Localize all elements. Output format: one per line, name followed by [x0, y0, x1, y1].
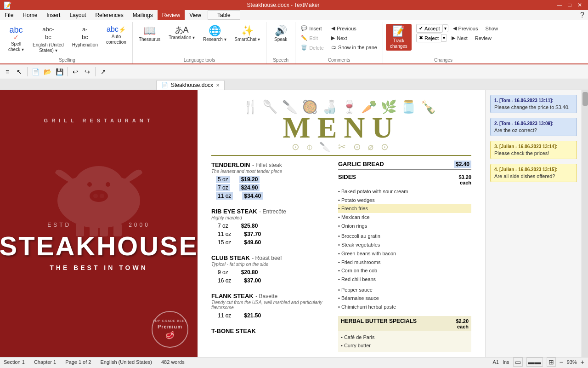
next-change-icon: ▶ [452, 35, 455, 41]
menu-references[interactable]: References [90, 10, 128, 20]
view-multi-page-icon[interactable]: ⊞ [547, 357, 556, 367]
translation-button[interactable]: あA Translation ▾ [165, 24, 198, 42]
comment-2-header: 2. [Tom - 16.06.2023 13:09]: [494, 121, 573, 126]
speak-button[interactable]: 🔊 Speak [269, 24, 292, 44]
previous-comment-icon: ◀ [331, 25, 335, 31]
tbone-header: T-BONE STEAK [211, 327, 329, 335]
reject-row: ✖ Reject ▾ ▶ Next Review [416, 34, 501, 42]
ribeye-header: RIB EYE STEAK - Entrecôte [211, 207, 329, 215]
delete-comment-label: Delete [309, 45, 324, 51]
insert-comment-icon: 💬 [301, 25, 307, 31]
comment-4-text: Are all side dishes offered? [494, 173, 573, 179]
view-double-page-icon[interactable]: ▬▬ [526, 357, 543, 367]
previous-comment-button[interactable]: ◀ Previous [328, 24, 380, 33]
spell-check-icon: abc ✓ [9, 26, 23, 40]
reject-label: Reject [424, 35, 439, 41]
new-button[interactable]: 📄 [30, 66, 41, 77]
ribbon-group-changes: 📝 Trackchanges ✔ Accept ▾ ◀ [383, 22, 503, 63]
sides-item-10: • Corn on the cob [338, 266, 471, 275]
cursor-button[interactable]: ↗ [98, 66, 109, 77]
app-icon: 📝 [4, 1, 11, 9]
menu-file[interactable]: File [0, 10, 18, 20]
comment-2-text: Are the oz correct? [494, 127, 573, 133]
help-icon[interactable]: ? [580, 11, 584, 19]
track-changes-label: Trackchanges [390, 38, 407, 49]
flanksteak-section: FLANK STEAK - Bavette Trendy cut from th… [211, 292, 329, 319]
spell-check-button[interactable]: abc ✓ Spellcheck ▾ [5, 24, 28, 54]
show-pane-icon: 🗂 [331, 45, 336, 50]
status-cursor: A1 [492, 359, 498, 365]
close-button[interactable]: ✕ [575, 1, 584, 9]
smartchat-button[interactable]: ✨ SmartChat ▾ [232, 24, 264, 44]
thesaurus-button[interactable]: 📖 Thesaurus [136, 24, 164, 44]
english-button[interactable]: abc-bc English (UnitedStates) ▾ [29, 24, 67, 55]
show-change-button[interactable]: Show [482, 24, 501, 33]
cover-badge-steak-icon: 🥩 [165, 331, 175, 339]
zoom-in-button[interactable]: + [581, 358, 584, 366]
hamburger-button[interactable]: ≡ [2, 66, 13, 77]
flanksteak-oz-1: 11 oz [216, 312, 233, 319]
hyphenation-button[interactable]: a-bc Hyphenation [69, 24, 101, 50]
menu-view[interactable]: View [185, 10, 206, 20]
clubsteak-price-1: $20.80 [239, 269, 260, 276]
doc-tab-close-button[interactable]: ✕ [216, 83, 220, 88]
sides-item-6: • Broccoli au gratin [338, 232, 471, 241]
next-comment-button[interactable]: ▶ Next [328, 34, 380, 42]
redo-button[interactable]: ↪ [82, 66, 93, 77]
herbal-price: $2.20each [456, 318, 469, 329]
insert-comment-button[interactable]: 💬 Insert [298, 24, 327, 33]
show-in-pane-button[interactable]: 🗂 Show in the pane [328, 43, 380, 52]
tenderloin-price-3: $34.40 [242, 192, 263, 200]
select-button[interactable]: ↖ [14, 66, 25, 77]
ribeye-oz-3: 15 oz [216, 239, 233, 246]
previous-change-button[interactable]: ◀ Previous [450, 24, 481, 33]
undo-button[interactable]: ↩ [70, 66, 81, 77]
menu-layout[interactable]: Layout [65, 10, 90, 20]
research-button[interactable]: 🌐 Research ▾ [200, 24, 230, 44]
window-controls: — □ ✕ [555, 1, 584, 9]
menubar: File Home Insert Layout References Maili… [0, 10, 588, 20]
auto-correction-button[interactable]: abc⚡ Autocorrection [103, 24, 130, 47]
doc-tab-steakhouse[interactable]: 📄 Steakhouse.docx ✕ [156, 80, 225, 90]
next-change-button[interactable]: ▶ Next [449, 34, 470, 42]
sides-price: $3.20each [458, 174, 471, 185]
accept-main[interactable]: ✔ Accept [416, 24, 442, 33]
save-button[interactable]: 💾 [54, 66, 65, 77]
herbal-item-2: • Curry butter [341, 341, 469, 350]
accept-split-button[interactable]: ✔ Accept ▾ [416, 24, 448, 33]
open-button[interactable]: 📂 [42, 66, 53, 77]
status-words: 482 words [161, 359, 185, 365]
comment-2: 2. [Tom - 16.06.2023 13:09]: Are the oz … [490, 118, 577, 136]
sides-item-3: • French fries [338, 204, 471, 213]
menu-home[interactable]: Home [18, 10, 42, 20]
zoom-out-button[interactable]: − [560, 358, 563, 366]
minimize-button[interactable]: — [555, 1, 564, 9]
menu-mailings[interactable]: Mailings [128, 10, 158, 20]
menu-table[interactable]: Table [208, 10, 240, 20]
reject-split-button[interactable]: ✖ Reject ▾ [416, 34, 447, 42]
view-single-page-icon[interactable]: ▭ [513, 357, 523, 367]
review-button[interactable]: Review [472, 34, 494, 42]
reject-arrow[interactable]: ▾ [441, 34, 447, 42]
herbal-section: HERBAL BUTTER SPECIALS $2.20each • Café … [338, 316, 471, 352]
flanksteak-header: FLANK STEAK - Bavette [211, 292, 329, 300]
track-changes-button[interactable]: 📝 Trackchanges [386, 24, 412, 51]
clubsteak-oz-1: 9 oz [216, 269, 230, 276]
maximize-button[interactable]: □ [565, 1, 574, 9]
comments-group-label: Comments [328, 58, 350, 63]
scrollbar-thumb[interactable] [582, 92, 588, 106]
steaks-column: TENDERLOIN - Fillet steak The leanest an… [211, 161, 329, 352]
ribeye-price-3: $49.60 [242, 239, 263, 246]
sides-item-9: • Fried mushrooms [338, 258, 471, 267]
vertical-scrollbar[interactable] [582, 90, 588, 357]
menu-insert[interactable]: Insert [42, 10, 65, 20]
reject-main[interactable]: ✖ Reject [416, 34, 441, 42]
edit-comment-button: ✏️ Edit [298, 34, 327, 42]
sides-name: SIDES [338, 173, 356, 180]
menu-review[interactable]: Review [158, 10, 185, 20]
ribeye-subtitle: - Entrecôte [259, 208, 286, 215]
status-insert: Ins [503, 359, 509, 365]
sides-item-11: • Red chili beans [338, 275, 471, 284]
accept-arrow[interactable]: ▾ [442, 24, 448, 32]
clubsteak-name: CLUB STEAK [211, 254, 250, 261]
